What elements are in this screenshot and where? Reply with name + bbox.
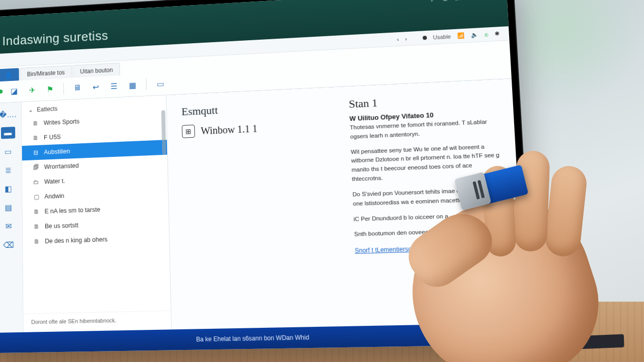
nav-item-label: Wrorrtansted [44, 162, 79, 170]
content-subheading: ⊞ Winbow 1.1 1 [182, 119, 325, 138]
taskbar-icon[interactable] [514, 341, 521, 348]
ribbon-btn-cal[interactable]: ▦ [125, 78, 139, 92]
window-control-5[interactable]: ⋯ [481, 0, 488, 1]
window-control-2[interactable]: ⧉ [443, 0, 448, 3]
doc-icon: 🗎 [33, 208, 40, 215]
windows-icon: ⊞ [182, 125, 195, 138]
disk-icon: ⊟ [33, 149, 39, 156]
paragraph: Snth bootumon den ooveeceen un shang at … [354, 226, 506, 239]
paragraph: Wit pensattee seny tue Wu te one af wit … [351, 142, 502, 184]
nav-pane: ⌄ Eattects 🗎Writes Sports 🗎F U5S ⊟Aubsti… [22, 95, 172, 332]
content-left-column: Esmqutt ⊞ Winbow 1.1 1 [181, 99, 332, 324]
rail-item-folder[interactable]: ▭ [1, 145, 15, 157]
ribbon-btn-list[interactable]: ☰ [107, 79, 121, 93]
window-control-4[interactable]: ✣ [469, 0, 474, 1]
tab-primary[interactable]: 👤 [0, 68, 19, 81]
chevron-down-icon[interactable]: ⌄ [28, 107, 33, 114]
bottom-bar-text: Ba ke Ehelat lan s6sann bon WDan Whid [196, 334, 309, 343]
nav-footer: Doront ofte ale SEn hibenntabnock. [23, 311, 171, 332]
step-title: Stan 1 [349, 91, 498, 111]
rail-item-grid[interactable]: ▤ [1, 201, 16, 214]
rail-item-dashboard[interactable]: �…. [1, 108, 15, 120]
ribbon-btn-panel[interactable]: ▭ [153, 77, 167, 90]
nav-item-label: Aubstilien [44, 148, 70, 156]
content-area: Esmqutt ⊞ Winbow 1.1 1 Stan 1 W Uilituo … [167, 79, 526, 330]
box-icon: ▢ [33, 193, 39, 200]
ribbon-btn-send[interactable]: ✈ [25, 83, 39, 97]
nav-item-label: Water t. [44, 177, 65, 185]
doc-icon: 🗐 [33, 164, 39, 171]
nav-item-label: F U5S [44, 133, 61, 141]
nav-item-label: Writes Sports [44, 118, 79, 127]
app-window: Indaswing suretiss ⤢ ⧉ 2↕ ✣ ⋯ ‒ ‹ › Usab… [0, 0, 527, 353]
doc-icon: 🗎 [32, 120, 39, 127]
content-right-column: Stan 1 W Uilituo Ofpey Vifateo 10 Thotes… [349, 91, 510, 321]
content-heading: Esmqutt [181, 99, 325, 118]
content-link[interactable]: Snorf t tLementiersotists [355, 245, 423, 254]
taskbar-icon[interactable] [503, 342, 510, 349]
taskbar-icon[interactable] [526, 341, 533, 348]
rail-item-tag[interactable]: ◧ [1, 183, 16, 195]
window-title: Indaswing suretiss [2, 28, 108, 49]
tab-secondary-2[interactable]: Uitan bouton [73, 63, 120, 78]
doc-icon: 🗎 [32, 134, 39, 141]
power-icon: ✱ [495, 30, 500, 37]
rail-item-trash[interactable]: ⌫ [2, 239, 16, 251]
caret-left-icon[interactable]: ‹ [397, 36, 399, 42]
bt-icon: ⎋ [485, 31, 489, 37]
wifi-icon: 📶 [457, 32, 464, 39]
window-controls: ⤢ ⧉ 2↕ ✣ ⋯ ‒ [430, 0, 500, 4]
nav-item-label: De des n king ab ohers [45, 236, 108, 245]
window-control-1[interactable]: ⤢ [430, 0, 436, 4]
rail-item-usb[interactable]: ▬ [1, 127, 15, 139]
doc-icon: 🗎 [33, 238, 40, 245]
nav-header: Eattects [37, 105, 57, 113]
taskbar-icon[interactable] [479, 343, 486, 350]
sound-icon: 🔈 [471, 32, 478, 39]
dot-icon [423, 36, 427, 40]
window-control-3[interactable]: 2↕ [455, 0, 462, 2]
ribbon-btn-device[interactable]: 🖥 [70, 81, 84, 94]
nav-item-label: E nA les sm to tarste [45, 206, 101, 215]
ribbon-btn-tag[interactable]: ⚑ [43, 82, 57, 96]
nav-list: 🗎Writes Sports 🗎F U5S ⊟Aubstilien 🗐Wrorr… [22, 110, 171, 314]
folder-icon: 🗀 [33, 178, 39, 186]
paragraph: Do S'svied pon Vounersort tehits imae of… [352, 185, 503, 209]
nav-item-label: Be us sortstt [45, 222, 78, 230]
status-dot-icon [0, 89, 3, 94]
rail-item-gear[interactable]: ✉ [2, 220, 16, 232]
person-icon: 👤 [5, 72, 12, 79]
status-label: Usable [433, 33, 451, 40]
tab-secondary-1[interactable]: Bin/Miraste tos [20, 65, 72, 80]
paragraph: iC Per Dnunduord b lo oicceer on a. [353, 210, 504, 224]
content-sub-label: Winbow 1.1 1 [201, 123, 258, 137]
left-rail: �…. ▬ ▭ ≣ ◧ ▤ ✉ ⌫ [0, 102, 24, 333]
taskbar-icon[interactable] [491, 342, 498, 349]
rail-item-list[interactable]: ≣ [1, 164, 15, 176]
ribbon-btn-back[interactable]: ↩ [89, 80, 102, 94]
caret-right-icon[interactable]: › [405, 36, 407, 42]
ribbon-btn-new[interactable]: ◪ [7, 84, 20, 98]
nav-item-label: Andwin [44, 193, 64, 200]
doc-icon: 🗎 [33, 223, 40, 230]
